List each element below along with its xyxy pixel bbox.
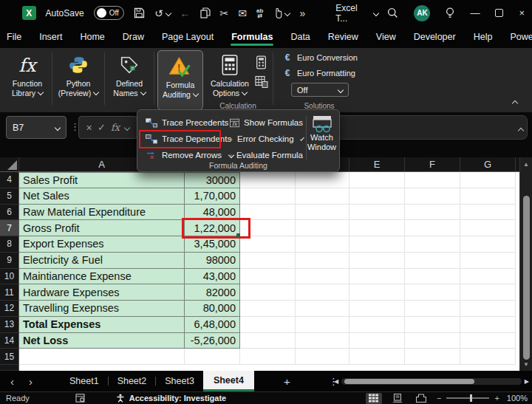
cell-a15[interactable]	[19, 349, 185, 365]
row-header[interactable]: 15	[0, 349, 19, 365]
tab-help[interactable]: Help	[473, 27, 494, 47]
tab-draw[interactable]: Draw	[122, 27, 145, 47]
sheet-prev-icon[interactable]: ‹	[10, 375, 14, 388]
defined-names-button[interactable]: Defined Names	[106, 49, 152, 112]
row-header[interactable]: 14	[0, 333, 19, 349]
sheet-tab-sheet4-active[interactable]: Sheet4	[203, 371, 254, 391]
page-break-preview-button[interactable]	[413, 393, 429, 404]
zoom-level[interactable]: 100%	[507, 394, 528, 403]
tab-review[interactable]: Review	[327, 27, 359, 47]
undo-icon[interactable]: ↺	[154, 7, 171, 19]
sheet-next-icon[interactable]: ›	[29, 375, 33, 388]
cell-a9[interactable]: Electricity & Fuel	[19, 253, 185, 269]
zoom-slider[interactable]: − +	[437, 394, 499, 403]
euro-formatting-button[interactable]: € Euro Formatting	[275, 65, 364, 81]
cell-b13[interactable]: 6,48,000	[185, 317, 240, 333]
cell-a6[interactable]: Raw Material Expenditure	[19, 205, 185, 221]
tab-power-pivot[interactable]: Power Pivot	[509, 27, 532, 47]
sheet-tab-sheet1[interactable]: Sheet1	[61, 371, 108, 391]
row-header[interactable]: 13	[0, 317, 19, 333]
formula-auditing-button[interactable]: ! Formula Auditing	[157, 50, 203, 110]
cell-b4[interactable]: 30000	[185, 172, 240, 188]
zoom-in-icon[interactable]: +	[494, 394, 499, 403]
cut-icon[interactable]: ✂	[220, 7, 229, 19]
tab-page-layout[interactable]: Page Layout	[161, 27, 214, 47]
cell-a5[interactable]: Net Sales	[19, 188, 185, 205]
cell-b10[interactable]: 43,000	[185, 269, 240, 285]
cell-a12[interactable]: Travelling Exepnses	[19, 301, 185, 317]
row-header[interactable]: 5	[0, 188, 19, 205]
tab-home[interactable]: Home	[79, 27, 105, 47]
expand-formula-bar-button[interactable]	[516, 122, 523, 135]
cell-a7[interactable]: Gross Profit	[19, 220, 185, 236]
fill-handle[interactable]	[236, 233, 240, 237]
enter-icon[interactable]: ✓	[98, 122, 106, 133]
cell-a8[interactable]: Export Expenses	[19, 236, 185, 253]
menu-item-trace-precedents[interactable]: Trace Precedents	[142, 114, 233, 131]
cell-b11[interactable]: 82000	[185, 284, 240, 301]
tab-view[interactable]: View	[375, 27, 397, 47]
euro-formatting-dropdown[interactable]: Off	[291, 83, 349, 97]
lightbulb-icon[interactable]	[446, 7, 454, 19]
maximize-button[interactable]	[495, 9, 503, 17]
cell-a11[interactable]: Hardware Expenses	[19, 284, 185, 301]
tab-data[interactable]: Data	[290, 27, 310, 47]
cancel-icon[interactable]: ×	[86, 122, 92, 134]
row-header[interactable]: 9	[0, 253, 19, 269]
minimize-button[interactable]: —	[470, 7, 480, 18]
vertical-scrollbar[interactable]: ▲ ▼	[519, 157, 532, 371]
calculate-now-button[interactable]	[255, 55, 268, 69]
horizontal-scrollbar[interactable]: ◀ ▶	[334, 377, 529, 386]
accessibility-status[interactable]: Accessibility: Investigate	[116, 394, 226, 403]
email-icon[interactable]: ✉	[238, 7, 247, 19]
page-layout-view-button[interactable]	[389, 393, 406, 404]
insert-function-icon[interactable]: fx	[111, 122, 120, 133]
menu-item-watch-window[interactable]: Watch Window	[307, 115, 337, 161]
menu-item-show-formulas[interactable]: fx Show Formulas	[226, 114, 303, 131]
euro-conversion-button[interactable]: € Euro Conversion	[275, 49, 364, 65]
window-title[interactable]: Excel T...	[335, 3, 378, 24]
cell-a10[interactable]: Maintianence Expense	[19, 269, 185, 285]
cell-a4[interactable]: Sales Profit	[19, 172, 185, 188]
row-header[interactable]: 10	[0, 269, 19, 285]
column-header-g[interactable]: G	[460, 157, 516, 171]
calculate-sheet-button[interactable]	[255, 75, 268, 88]
scroll-left-icon[interactable]: ◀	[334, 378, 338, 385]
zoom-slider-thumb[interactable]	[470, 394, 472, 402]
qat-overflow-icon[interactable]: »	[299, 7, 305, 19]
cell-b8[interactable]: 3,45,000	[185, 236, 240, 253]
sheet-tab-sheet2[interactable]: Sheet2	[109, 371, 156, 391]
cell-b14[interactable]: -5,26,000	[185, 333, 240, 349]
redo-icon[interactable]: ←	[180, 7, 191, 19]
scroll-down-icon[interactable]: ▼	[520, 357, 532, 371]
cell-a13[interactable]: Total Expenses	[19, 317, 185, 333]
function-library-button[interactable]: fx Function Library	[4, 49, 50, 112]
autosave-toggle[interactable]: Off	[94, 6, 124, 20]
calculation-options-button[interactable]: Calculation Options	[205, 49, 255, 101]
tab-insert[interactable]: Insert	[38, 27, 63, 47]
row-header[interactable]: 8	[0, 236, 19, 253]
horizontal-scroll-thumb[interactable]	[344, 379, 474, 384]
python-preview-button[interactable]: Python (Preview)	[54, 49, 103, 112]
avatar[interactable]: AK	[414, 5, 430, 21]
sheet-tab-sheet3[interactable]: Sheet3	[156, 371, 203, 391]
scroll-up-icon[interactable]: ▲	[520, 157, 532, 171]
tab-formulas[interactable]: Formulas	[231, 27, 273, 47]
new-sheet-button[interactable]: +	[284, 375, 290, 388]
menu-item-error-checking[interactable]: Error Checking	[226, 131, 303, 147]
cell-b9[interactable]: 98000	[185, 253, 240, 269]
save-icon[interactable]	[134, 7, 145, 18]
copy-icon[interactable]	[200, 7, 211, 18]
row-header[interactable]: 12	[0, 301, 19, 317]
row-header[interactable]: 6	[0, 205, 19, 221]
search-icon[interactable]	[387, 7, 398, 18]
zoom-out-icon[interactable]: −	[437, 394, 441, 403]
scroll-right-icon[interactable]: ▶	[525, 378, 529, 385]
normal-view-button[interactable]	[366, 393, 382, 404]
select-all-button[interactable]	[0, 157, 19, 171]
macro-record-icon[interactable]	[75, 394, 85, 403]
column-header-f[interactable]: F	[405, 157, 460, 171]
vertical-scroll-thumb[interactable]	[523, 196, 530, 360]
tab-developer[interactable]: Developer	[413, 27, 457, 47]
column-header-e[interactable]: E	[349, 157, 405, 171]
